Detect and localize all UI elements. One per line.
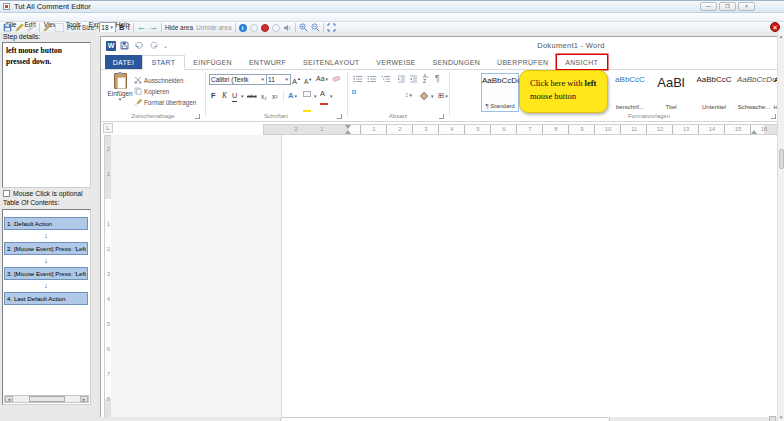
sort-icon[interactable]: A↓Z [423, 74, 429, 84]
remove-screenshot-button[interactable]: × [770, 22, 780, 32]
tab-start[interactable]: START [142, 55, 185, 70]
clear-formatting-icon[interactable] [332, 75, 341, 83]
next-step-button[interactable]: → [149, 23, 158, 32]
underline-dropdown-icon[interactable]: ▼ [240, 94, 244, 99]
tab-einfügen[interactable]: EINFÜGEN [185, 55, 241, 69]
stop-button[interactable] [272, 24, 280, 32]
justify-button[interactable] [389, 90, 393, 94]
scroll-up-icon[interactable]: ▲ [778, 34, 784, 39]
style-card-titel[interactable]: AaBlTitel [651, 73, 691, 112]
bold-button[interactable]: B [119, 23, 124, 32]
zoom-in-button[interactable] [299, 23, 308, 32]
shading-icon[interactable] [420, 92, 428, 100]
tab-sendungen[interactable]: SENDUNGEN [424, 55, 488, 69]
format-painter-button[interactable]: Format übertragen [134, 98, 196, 106]
clipboard-dialog-launcher-icon[interactable] [195, 114, 200, 119]
cut-button[interactable]: Ausschneiden [134, 76, 184, 84]
first-line-indent-marker[interactable] [345, 125, 351, 129]
toc-horizontal-scrollbar[interactable]: ◄ ► [4, 395, 89, 403]
font-color-button[interactable]: A [320, 90, 328, 107]
align-left-button[interactable] [352, 90, 356, 94]
toc-item[interactable]: 3. [Mouse Event] Press: 'Left Buttor [4, 267, 88, 280]
tab-überprüfen[interactable]: ÜBERPRÜFEN [489, 55, 557, 69]
highlight-dropdown-icon[interactable]: ▼ [313, 94, 317, 99]
toc-item[interactable]: 4. Last Default Action [4, 292, 88, 305]
shrink-font-button[interactable]: A▼ [304, 75, 312, 87]
tab-seitenlayout[interactable]: SEITENLAYOUT [294, 55, 367, 69]
info-button[interactable]: i [239, 24, 247, 32]
toc-scrollbar-thumb[interactable] [29, 396, 65, 402]
zoom-out-button[interactable] [311, 23, 320, 32]
shading-dropdown-icon[interactable]: ▼ [430, 94, 434, 99]
paste-button[interactable]: Einfügen ▼ [107, 73, 133, 102]
hanging-indent-marker[interactable] [345, 130, 351, 134]
borders-icon[interactable]: ⊞▼ [438, 91, 449, 100]
multilevel-list-icon[interactable] [381, 75, 391, 83]
step-details-textbox[interactable]: left mouse button pressed down. [2, 42, 91, 188]
paragraph-marks-icon[interactable]: ¶ [435, 73, 440, 83]
undo-icon[interactable] [134, 42, 144, 50]
qat-customize-icon[interactable]: ⌄ [163, 42, 168, 49]
screenshot-vertical-scrollbar[interactable]: ▲ ▼ [777, 32, 784, 421]
restore-button[interactable]: ❒ [719, 2, 736, 11]
copy-button[interactable]: Kopieren [134, 87, 169, 95]
line-spacing-icon[interactable]: ↕▼ [405, 91, 413, 98]
scroll-right-icon[interactable]: ► [80, 396, 88, 402]
audio-icon[interactable] [283, 24, 292, 32]
horizontal-ruler[interactable]: 2112345678910111213141516 [263, 124, 778, 135]
style-card--standard[interactable]: AaBbCcDc¶ Standard [481, 73, 519, 112]
scroll-left-icon[interactable]: ◄ [5, 396, 13, 402]
italic-button-word[interactable]: K [222, 91, 227, 101]
draw-button[interactable] [43, 23, 52, 32]
toc-item[interactable]: 1. Default Action [4, 217, 88, 230]
tab-verweise[interactable]: VERWEISE [368, 55, 424, 69]
font-dialog-launcher-icon[interactable] [337, 114, 342, 119]
fit-screen-button[interactable] [327, 23, 336, 32]
font-name-select[interactable]: Calibri (Textk▼ [209, 74, 267, 85]
mouse-click-optional-checkbox[interactable] [3, 190, 10, 197]
style-card-untertitel[interactable]: AaBbCcCUntertitel [693, 73, 735, 112]
bold-button-word[interactable]: F [211, 91, 216, 101]
styles-dialog-launcher-icon[interactable] [771, 114, 776, 119]
hide-area-button[interactable]: Hide area [165, 24, 193, 31]
edit-comment-button[interactable] [15, 23, 24, 32]
tab-selector[interactable]: L [103, 123, 113, 133]
tab-entwurf[interactable]: ENTWURF [240, 55, 294, 69]
highlight-color-button[interactable] [303, 91, 311, 115]
play-button[interactable] [250, 24, 258, 32]
minimize-button[interactable]: — [700, 2, 717, 11]
paragraph-dialog-launcher-icon[interactable] [439, 114, 444, 119]
superscript-button[interactable]: x² [272, 93, 277, 100]
bullets-icon[interactable] [353, 75, 363, 83]
style-card-schwache-[interactable]: AaBbCcDcSchwache... [737, 73, 771, 112]
subscript-button[interactable]: x₂ [261, 93, 267, 100]
grow-font-button[interactable]: A▲ [292, 74, 301, 87]
increase-indent-icon[interactable] [409, 75, 418, 83]
font-color-dropdown-icon[interactable]: ▼ [329, 94, 333, 99]
scroll-down-icon[interactable]: ▼ [778, 415, 784, 420]
tab-ansicht[interactable]: ANSICHT [557, 55, 607, 69]
close-button[interactable]: × [738, 2, 755, 11]
tab-datei[interactable]: DATEI [105, 55, 142, 69]
save-button[interactable] [3, 23, 12, 32]
align-right-button[interactable] [377, 90, 381, 94]
prev-step-button[interactable]: ← [137, 23, 146, 32]
style-card-berschrif-[interactable]: aBbCcCberschrif... [609, 73, 651, 112]
font-size-select-word[interactable]: 11▼ [266, 74, 291, 85]
vertical-scrollbar-thumb[interactable] [779, 149, 784, 169]
right-indent-marker[interactable] [751, 130, 757, 134]
redo-icon[interactable] [149, 42, 159, 50]
screenshot-horizontal-scrollbar-thumb[interactable] [280, 417, 610, 421]
underline-button[interactable]: U [232, 91, 237, 102]
toc-item[interactable]: 2. [Mouse Event] Press: 'Left Buttor [4, 242, 88, 255]
numbering-icon[interactable] [367, 75, 377, 83]
decrease-indent-icon[interactable] [397, 75, 406, 83]
change-case-button[interactable]: Aa▼ [316, 74, 329, 85]
unhide-area-button[interactable]: Unhide area [196, 24, 231, 31]
record-button[interactable] [261, 24, 269, 32]
word-save-icon[interactable] [120, 41, 129, 50]
text-effects-button[interactable]: A▼ [288, 91, 298, 102]
align-center-button[interactable] [365, 90, 369, 94]
strikethrough-button[interactable]: abc [247, 93, 257, 99]
italic-button[interactable]: I [127, 23, 130, 32]
